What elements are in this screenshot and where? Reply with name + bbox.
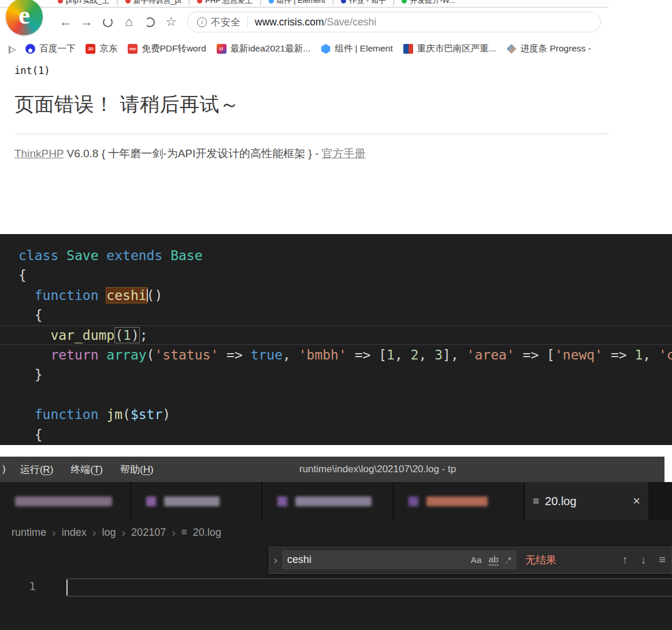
code-token xyxy=(99,248,107,263)
code-token: 'bmbh' xyxy=(299,347,347,362)
star-icon[interactable]: ☆ xyxy=(161,14,181,29)
browser-window-tab[interactable]: php7实战_上 xyxy=(58,0,109,6)
code-line: { xyxy=(0,265,672,285)
regex-icon[interactable]: .* xyxy=(506,555,511,565)
reload-icon[interactable] xyxy=(103,17,113,27)
code-token: Base xyxy=(170,248,202,263)
code-token: 'c xyxy=(659,347,672,362)
code-token: true xyxy=(251,347,283,362)
close-icon[interactable]: × xyxy=(633,494,640,509)
pdf-icon: PDF xyxy=(128,44,138,54)
bookmark-label: 进度条 Progress - xyxy=(521,43,591,55)
code-token: 1 xyxy=(634,347,643,362)
framework-footer: ThinkPHP V6.0.8 { 十年磨一剑-为API开发设计的高性能框架 }… xyxy=(14,146,672,161)
code-token: , xyxy=(395,347,411,362)
browser-window-tab[interactable]: 开发提升-W... xyxy=(402,0,455,6)
code-line: return array('status' => true, 'bmbh' =>… xyxy=(0,345,672,365)
code-token: 'area' xyxy=(467,347,515,362)
menu-item-text: H xyxy=(143,464,150,475)
tab-favicon-icon xyxy=(125,0,131,3)
tab-20log[interactable]: ≡ 20.log × xyxy=(525,482,648,520)
menu-item-text: ) xyxy=(150,464,154,475)
tab-favicon-icon xyxy=(402,0,407,3)
breadcrumb-item[interactable]: log xyxy=(102,527,116,539)
match-case-icon[interactable]: Aa xyxy=(470,555,481,565)
code-line: { xyxy=(0,305,672,325)
redacted-tab[interactable] xyxy=(0,482,131,520)
chevron-right-icon: › xyxy=(92,526,96,539)
breadcrumb-item[interactable]: 202107 xyxy=(131,527,166,539)
security-label: 不安全 xyxy=(211,16,240,29)
framework-desc: V6.0.8 { 十年磨一剑-为API开发设计的高性能框架 } - xyxy=(64,147,322,160)
code-token xyxy=(18,288,35,303)
bookmark-item[interactable]: IJ最新idea2021最新... xyxy=(217,43,311,55)
redacted-tab[interactable] xyxy=(393,482,525,520)
code-token: , xyxy=(643,347,659,362)
forward-icon[interactable]: → xyxy=(76,14,97,29)
browser-logo-icon[interactable]: e xyxy=(6,0,43,35)
browser-toolbar: ← → ⌂ ☆ i 不安全 www.crisis.com/Save/ceshi xyxy=(0,8,608,36)
redacted-tab[interactable] xyxy=(262,482,393,520)
bookmark-item[interactable]: JD京东 xyxy=(86,43,117,55)
find-in-selection-icon[interactable]: ≡ xyxy=(659,553,666,566)
menu-item-text: 帮助( xyxy=(120,464,143,475)
gov-icon xyxy=(403,44,413,54)
divider xyxy=(14,134,608,134)
menu-items: 运行(R)终端(T)帮助(H) xyxy=(12,463,162,476)
undo-icon[interactable] xyxy=(145,17,155,27)
thinkphp-link[interactable]: ThinkPHP xyxy=(14,147,64,160)
previous-match-icon[interactable]: ↑ xyxy=(622,553,628,566)
toggle-replace-icon[interactable]: › xyxy=(269,554,282,566)
code-token: => [ xyxy=(515,347,555,362)
jd-icon: JD xyxy=(86,44,95,54)
empty-line-selection xyxy=(66,579,672,596)
tab-favicon-icon xyxy=(341,0,346,3)
code-token: ) xyxy=(162,407,170,422)
tab-title: 新手特训营_pt xyxy=(133,0,181,6)
address-divider xyxy=(247,17,248,27)
redacted-tab[interactable] xyxy=(131,482,262,520)
redacted-tab-label xyxy=(295,496,372,506)
tab-title: php7实战_上 xyxy=(66,0,109,6)
redacted-tab-icon xyxy=(277,496,287,506)
breadcrumb-item[interactable]: index xyxy=(62,527,87,539)
breadcrumb-item[interactable]: 20.log xyxy=(193,527,221,539)
menu-item[interactable]: 帮助(H) xyxy=(112,463,162,476)
browser-window-tab[interactable]: PHP 忽然爱上 xyxy=(197,0,253,6)
browser-window-tab[interactable]: 新手特训营_pt xyxy=(125,0,181,6)
code-token: 2 xyxy=(411,347,419,362)
code-token: 'newq' xyxy=(555,347,603,362)
browser-logo-letter: e xyxy=(18,3,30,28)
code-token: { xyxy=(18,307,43,323)
code-token: 1 xyxy=(387,347,395,362)
browser-window-tab[interactable]: 组件 | Element xyxy=(269,0,325,6)
browser-window-tab[interactable]: 作业 - 知乎 xyxy=(341,0,386,6)
find-results-status: 无结果 xyxy=(525,553,556,567)
code-token: array xyxy=(106,347,146,362)
manual-link[interactable]: 官方手册 xyxy=(322,147,366,160)
bookmark-item[interactable]: PDF免费PDF转word xyxy=(128,43,206,55)
code-editor[interactable]: class Save extends Base{ function ceshi(… xyxy=(0,234,672,445)
address-bar[interactable]: i 不安全 www.crisis.com/Save/ceshi xyxy=(187,12,601,32)
breadcrumb-item[interactable]: runtime xyxy=(12,527,46,539)
menu-item-partial[interactable]: ) xyxy=(2,464,6,475)
info-icon-glyph: i xyxy=(201,18,203,25)
tab-separator: | xyxy=(188,0,190,5)
find-input[interactable]: ceshi Aa ab .* xyxy=(282,550,517,569)
bookmark-item[interactable]: 百度一下 xyxy=(25,43,75,55)
code-token: class xyxy=(18,248,58,263)
next-match-icon[interactable]: ↓ xyxy=(640,553,646,566)
var-dump-output: int(1) xyxy=(14,65,672,76)
home-icon[interactable]: ⌂ xyxy=(118,14,139,29)
info-icon[interactable]: i xyxy=(197,17,207,27)
back-icon[interactable]: ← xyxy=(55,14,76,29)
bookmarks-toggle-icon[interactable]: |▷ xyxy=(8,45,15,54)
bookmark-item[interactable]: 进度条 Progress - xyxy=(507,43,591,55)
menu-item[interactable]: 运行(R) xyxy=(12,463,62,476)
tab-title: 组件 | Element xyxy=(277,0,325,6)
menu-item[interactable]: 终端(T) xyxy=(62,463,112,476)
whole-word-icon[interactable]: ab xyxy=(488,554,498,565)
bookmark-item[interactable]: 重庆市巴南区严重... xyxy=(403,43,496,55)
bookmark-item[interactable]: 组件 | Element xyxy=(321,43,393,55)
redacted-tab-icon xyxy=(146,496,156,506)
